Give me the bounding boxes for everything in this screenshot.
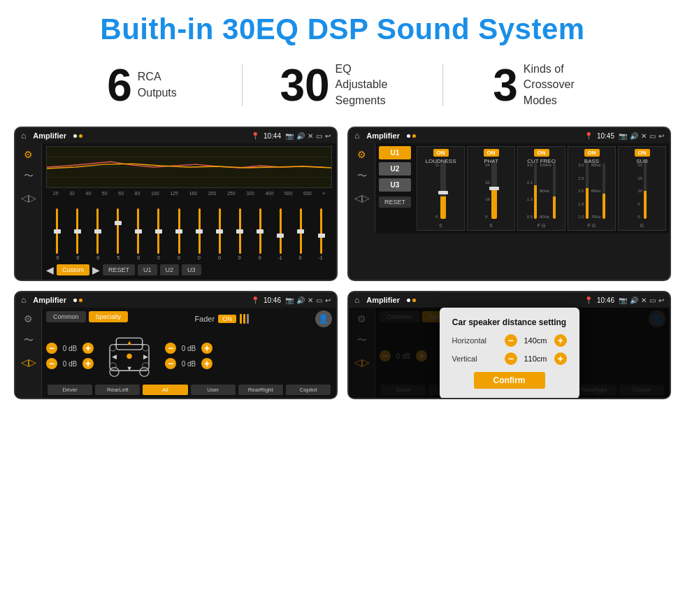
u2-btn-1[interactable]: U2: [160, 264, 180, 275]
eq-slider-7[interactable]: [190, 208, 209, 254]
close-icon-3: ✕: [308, 296, 313, 304]
eq-slider-10[interactable]: [251, 208, 270, 254]
eq-slider-2[interactable]: [88, 208, 107, 254]
plus-bl[interactable]: +: [82, 358, 94, 369]
reset-btn-1[interactable]: RESET: [103, 264, 135, 275]
ch-sliders-3: 3.02.52.01.51.0 90Hz80Hz70Hz: [578, 166, 605, 222]
dialog-vertical-minus[interactable]: −: [505, 352, 517, 365]
u3-btn-1[interactable]: U3: [182, 264, 201, 275]
u2-btn-2[interactable]: U2: [379, 162, 411, 176]
plus-br[interactable]: +: [201, 358, 212, 369]
dialog-horizontal-plus[interactable]: +: [554, 334, 567, 347]
eq-slider-3[interactable]: [108, 208, 127, 254]
speaker-icon-1[interactable]: ◁▷: [21, 192, 36, 203]
ch-sliders-0: GF: [435, 166, 446, 222]
stat-eq-text: EQ AdjustableSegments: [336, 62, 405, 108]
eq-slider-0[interactable]: [48, 208, 66, 254]
ch-scale-1: 6432160: [485, 163, 490, 219]
u-buttons-2: U1 U2 U3 RESET: [379, 146, 411, 231]
eq-slider-9[interactable]: [231, 208, 250, 254]
dialog-row-vertical: Vertical − 110cm +: [452, 352, 567, 365]
ch-on-0: ON: [433, 149, 449, 157]
speaker-icon-3[interactable]: ◁▷: [21, 357, 36, 368]
wave-icon-3[interactable]: 〜: [24, 334, 34, 347]
status-time-3: 10:46: [264, 296, 281, 304]
minus-tr[interactable]: −: [165, 343, 176, 354]
eq-label-11: 320: [246, 191, 254, 196]
stat-crossover-text: Kinds ofCrossover Modes: [524, 62, 593, 108]
eq-slider-6[interactable]: [169, 208, 188, 254]
status-dots-3: [73, 299, 82, 302]
dot-1: [73, 134, 77, 138]
speaker-icon-2[interactable]: ◁▷: [354, 192, 370, 203]
ch-sliders-4: 20151050: [637, 166, 647, 222]
u3-btn-2[interactable]: U3: [379, 178, 411, 192]
ch-phat: ON PHAT 6432160 0: [467, 146, 515, 231]
dialog-vertical-plus[interactable]: +: [554, 352, 567, 365]
location-icon-1: 📍: [251, 132, 259, 140]
ch-slider-bar-3b: [603, 163, 605, 219]
eq-slider-8[interactable]: [210, 208, 229, 254]
db-control-tl: − 0 dB +: [46, 343, 94, 354]
eq-slider-5[interactable]: [149, 208, 168, 254]
plus-tr[interactable]: +: [201, 343, 212, 354]
all-btn-3[interactable]: All: [143, 385, 187, 395]
eq-icon-3[interactable]: ⚙: [24, 313, 33, 324]
fader-line-3: [247, 314, 249, 324]
eq-label-7: 125: [170, 191, 178, 196]
u1-btn-1[interactable]: U1: [138, 264, 157, 275]
eq-slider-1[interactable]: [68, 208, 87, 254]
user-btn-3[interactable]: User: [191, 385, 236, 395]
wave-icon-1[interactable]: 〜: [24, 170, 34, 182]
ch-bottom-0: 0: [440, 223, 442, 228]
crossover-content-2: U1 U2 U3 RESET ON LOUDNESS: [375, 143, 670, 234]
profile-icon-3[interactable]: 👤: [315, 310, 332, 327]
ch-slider-bar-2a: [534, 163, 537, 219]
driver-btn-3[interactable]: Driver: [48, 385, 92, 395]
ch-slider-bar-3a: [586, 163, 589, 219]
svg-text:◀: ◀: [112, 353, 117, 360]
eq-val-6: 0: [169, 255, 189, 260]
reset-btn-2[interactable]: RESET: [379, 196, 411, 208]
rearleft-btn-3[interactable]: RearLeft: [95, 385, 140, 395]
confirm-button[interactable]: Confirm: [474, 372, 545, 389]
rearright-btn-3[interactable]: RearRight: [238, 385, 283, 395]
eq-val-2: 0: [88, 255, 108, 260]
custom-btn[interactable]: Custom: [57, 264, 89, 275]
eq-nav-icon[interactable]: »: [322, 191, 325, 196]
prev-icon-1[interactable]: ◀: [46, 264, 54, 275]
wave-icon-2[interactable]: 〜: [357, 170, 367, 182]
eq-sliders-1: [46, 198, 332, 254]
status-dots-1: [73, 134, 82, 138]
eq-controls-1: ◀ Custom ▶ RESET U1 U2 U3: [46, 263, 332, 277]
ch-scale-3: 3.02.52.01.51.0: [578, 163, 584, 219]
minus-bl[interactable]: −: [46, 358, 57, 369]
db-control-tr: − 0 dB +: [165, 343, 212, 354]
dialog-horizontal-minus[interactable]: −: [505, 334, 517, 347]
minus-br[interactable]: −: [165, 358, 176, 369]
location-icon-4: 📍: [584, 296, 593, 304]
ch-on-1: ON: [484, 149, 499, 157]
plus-tl[interactable]: +: [82, 343, 94, 354]
eq-slider-12[interactable]: [291, 208, 310, 254]
u1-btn-2[interactable]: U1: [379, 146, 411, 159]
specialty-tab-3[interactable]: Specialty: [89, 311, 129, 322]
minus-tl[interactable]: −: [46, 343, 57, 354]
copilot-btn-3[interactable]: Copilot: [286, 385, 331, 395]
common-tab-3[interactable]: Common: [46, 311, 86, 322]
home-icon-4: ⌂: [354, 295, 359, 305]
eq-icon-2[interactable]: ⚙: [357, 149, 366, 160]
eq-slider-13[interactable]: [312, 208, 331, 254]
eq-slider-11[interactable]: [271, 208, 290, 254]
ch-slider-bar-1: [491, 163, 497, 219]
eq-label-8: 160: [189, 191, 197, 196]
status-title-3: Amplifier: [33, 296, 66, 304]
eq-icon-1[interactable]: ⚙: [24, 149, 33, 160]
battery-icon-1: ▭: [316, 132, 322, 140]
ch-bass: ON BASS 3.02.52.01.51.0 90Hz80Hz70Hz: [568, 146, 616, 231]
status-bar-1: ⌂ Amplifier 📍 10:44 📷 🔊 ✕ ▭ ↩: [15, 128, 336, 143]
next-icon-1[interactable]: ▶: [92, 264, 100, 275]
stats-row: 6 RCAOutputs 30 EQ AdjustableSegments 3 …: [0, 53, 685, 117]
eq-slider-4[interactable]: [129, 208, 147, 254]
eq-label-4: 63: [118, 191, 124, 196]
